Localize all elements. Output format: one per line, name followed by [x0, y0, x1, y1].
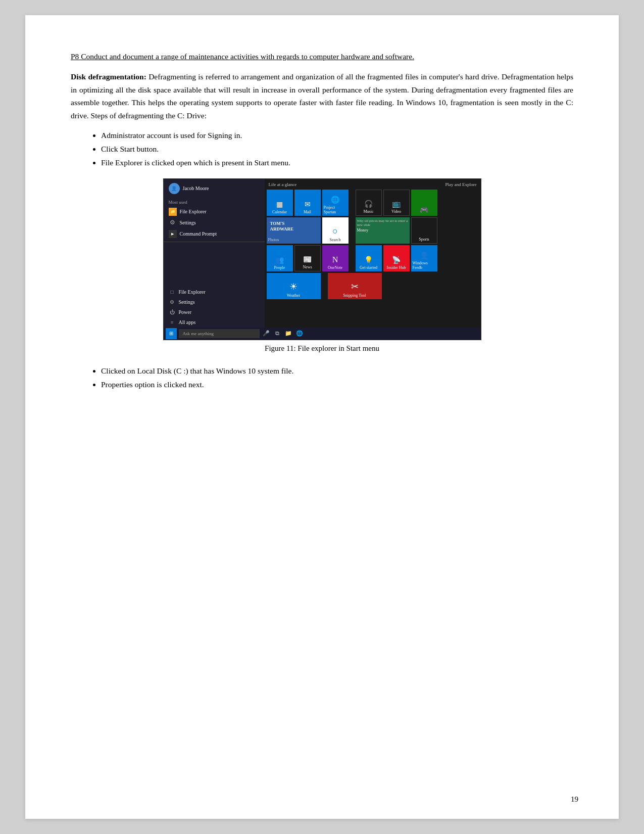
page-number: 19 [571, 795, 578, 804]
toms-text: TOM'SARDWARE [268, 219, 296, 234]
taskbar-search: Ask me anything [179, 329, 260, 338]
start-user-area: 👤 Jacob Moore [164, 179, 265, 198]
spartan-icon: 🌐 [331, 196, 339, 204]
bottom-item-label: Power [179, 309, 192, 315]
tile-money: Why oil prices may be set to enter a new… [356, 217, 410, 244]
news-icon: 📰 [303, 255, 312, 264]
taskbar-search-text: Ask me anything [183, 331, 214, 336]
app-name: Command Prompt [180, 231, 217, 237]
feedback-icon: 👤 [420, 251, 428, 260]
tile-label: Project Spartan [324, 205, 347, 214]
document-page: P8 Conduct and document a range of maint… [25, 15, 619, 819]
tile-label: People [274, 265, 285, 270]
most-used-label: Most used [164, 198, 265, 206]
money-news-text: Why oil prices may be set to enter a new… [357, 219, 408, 227]
tile-music: 🎧 Music [356, 190, 382, 216]
tile-toms: TOM'SARDWARE Photos [267, 217, 321, 244]
app-settings: ⚙ Settings [164, 217, 265, 228]
tile-label: Insider Hub [387, 265, 406, 270]
start-menu-left-panel: 👤 Jacob Moore Most used 📁 File Explorer … [164, 179, 265, 328]
tile-label: Mail [304, 210, 311, 214]
start-menu-tiles-panel: Life at a glance Play and Explore ▦ Cale… [265, 179, 481, 328]
weather-icon: ☀ [289, 281, 298, 292]
taskbar-folder-icon: 📁 [284, 329, 293, 338]
tile-label: Search [330, 238, 341, 242]
taskbar-mic-icon: 🎤 [262, 329, 271, 338]
tiles-row-1: ▦ Calendar ✉ Mail 🌐 Project Spartan [267, 190, 479, 216]
bullet-item: Click Start button. [101, 142, 573, 156]
bottom-item-label: Settings [179, 299, 195, 305]
play-explore-label: Play and Explore [443, 181, 479, 188]
power-icon: ⏻ [169, 309, 176, 316]
snipping-icon: ✂ [351, 281, 359, 292]
cmd-icon: ▶ [169, 230, 177, 238]
taskbar-task-view-icon: ⧉ [273, 329, 282, 338]
tiles-row-2: TOM'SARDWARE Photos ○ Search Why oil pri… [267, 217, 479, 244]
figure-caption: Figure 11: File explorer in Start menu [265, 344, 379, 353]
tile-label: News [303, 265, 312, 269]
tile-label: Music [364, 209, 374, 214]
get-started-icon: 💡 [364, 256, 373, 264]
bottom-power: ⏻ Power [164, 307, 265, 317]
tile-label: Snipping Tool [343, 293, 366, 298]
taskbar-network-icon: 🌐 [295, 329, 304, 338]
app-name: File Explorer [180, 209, 207, 214]
start-menu-body: 👤 Jacob Moore Most used 📁 File Explorer … [164, 179, 481, 328]
people-icon: 👥 [275, 256, 284, 264]
tile-label: Get started [360, 265, 377, 270]
calendar-icon: ▦ [276, 200, 283, 209]
tile-label: OneNote [328, 265, 342, 270]
intro-paragraph: Disk defragmentation: Defragmenting is r… [71, 70, 573, 122]
bullets-after-figure: Clicked on Local Disk (C :) that has Win… [101, 364, 573, 391]
bottom-item-label: File Explorer [179, 289, 206, 295]
tile-snipping-tool: ✂ Snipping Tool [328, 273, 382, 299]
app-file-explorer: 📁 File Explorer [164, 206, 265, 217]
divider [164, 242, 265, 242]
bullets-before-figure: Administrator account is used for Signin… [101, 128, 573, 169]
tile-label: Weather [287, 293, 300, 298]
figure-container: 👤 Jacob Moore Most used 📁 File Explorer … [71, 178, 573, 360]
xbox-icon: 🎮 [420, 206, 428, 214]
user-avatar: 👤 [169, 183, 180, 194]
tile-label: Sports [419, 237, 429, 242]
onenote-icon: N [332, 255, 338, 264]
tile-onenote: N OneNote [322, 245, 349, 271]
file-explorer-icon: 📁 [169, 208, 177, 216]
bottom-settings: ⚙ Settings [164, 297, 265, 307]
tiles-row-4: ☀ Weather ✂ Snipping Tool [267, 273, 479, 299]
start-menu-screenshot: 👤 Jacob Moore Most used 📁 File Explorer … [163, 178, 481, 340]
video-icon: 📺 [392, 200, 401, 208]
bold-term: Disk defragmentation: [71, 72, 146, 81]
start-bottom-items: □ File Explorer ⚙ Settings ⏻ Power ≡ [164, 287, 265, 328]
tile-sports: Sports [411, 217, 437, 244]
tile-xbox: 🎮 [411, 190, 437, 216]
user-name: Jacob Moore [183, 186, 209, 191]
tile-label: Calendar [272, 210, 287, 214]
tile-get-started: 💡 Get started [356, 245, 382, 271]
tiles-section-headers: Life at a glance Play and Explore [267, 181, 479, 190]
search-icon: ○ [332, 226, 338, 237]
insider-icon: 📡 [392, 256, 401, 264]
bottom-file-explorer: □ File Explorer [164, 287, 265, 297]
mail-icon: ✉ [305, 200, 311, 209]
music-icon: 🎧 [364, 200, 373, 208]
file-explorer-bottom-icon: □ [169, 289, 176, 296]
section-heading: P8 Conduct and document a range of maint… [71, 51, 573, 62]
tile-video: 📺 Video [383, 190, 410, 216]
app-command-prompt: ▶ Command Prompt [164, 228, 265, 240]
tile-weather: ☀ Weather [267, 273, 321, 299]
tiles-row-3: 👥 People 📰 News N OneNote [267, 245, 479, 271]
bottom-all-apps: ≡ All apps [164, 317, 265, 328]
tile-search: ○ Search [322, 217, 349, 244]
tile-people: 👥 People [267, 245, 293, 271]
tile-label: Windows Feedb [413, 261, 436, 270]
tile-mail: ✉ Mail [294, 190, 321, 216]
taskbar: ⊞ Ask me anything 🎤 ⧉ 📁 🌐 [164, 328, 481, 340]
tile-spartan: 🌐 Project Spartan [322, 190, 349, 216]
bullet-item: Clicked on Local Disk (C :) that has Win… [101, 364, 573, 378]
tile-label: Video [391, 209, 401, 214]
tile-calendar: ▦ Calendar [267, 190, 293, 216]
bullet-item: Properties option is clicked next. [101, 378, 573, 391]
tile-label: Money [357, 228, 369, 233]
settings-icon: ⚙ [169, 219, 177, 227]
